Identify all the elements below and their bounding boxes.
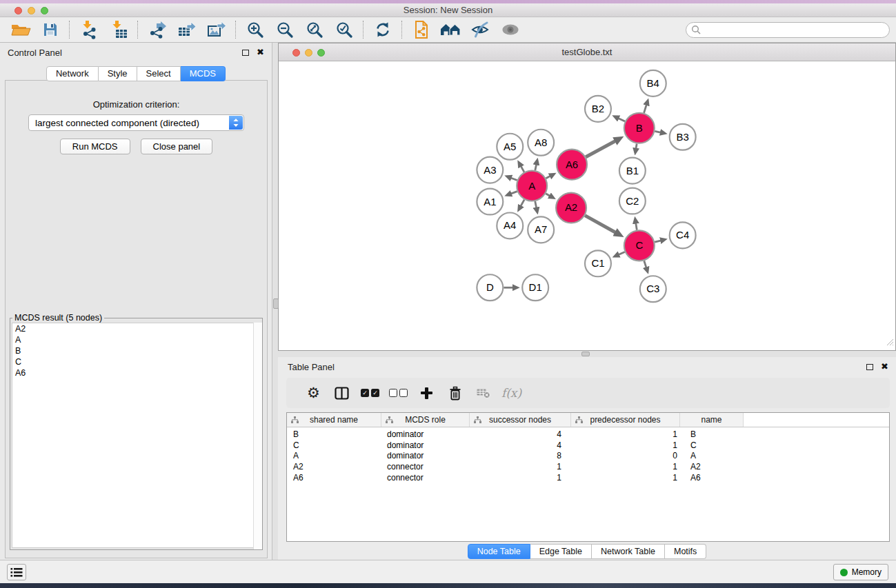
graph-node-A8[interactable]: A8 — [528, 130, 554, 156]
search-input[interactable] — [701, 23, 889, 36]
tab-network-table[interactable]: Network Table — [592, 544, 665, 559]
zoom-out-icon[interactable] — [270, 19, 299, 41]
export-image-icon[interactable] — [201, 19, 231, 41]
import-table-icon[interactable] — [103, 19, 133, 41]
apply-layout-icon[interactable] — [368, 19, 397, 41]
graph-node-B[interactable]: B — [624, 113, 655, 143]
delete-table-icon[interactable] — [469, 382, 497, 404]
graph-edge-A-A5[interactable] — [521, 166, 524, 172]
float-panel-icon[interactable] — [242, 50, 249, 56]
graph-node-B3[interactable]: B3 — [670, 124, 696, 150]
export-table-icon[interactable] — [172, 19, 201, 41]
graph-edge-C-C3[interactable] — [644, 261, 646, 267]
graph-edge-A6-B[interactable] — [586, 141, 615, 157]
zoom-fit-icon[interactable] — [299, 19, 329, 41]
graph-node-B1[interactable]: B1 — [619, 158, 646, 184]
tab-network[interactable]: Network — [46, 66, 99, 81]
column-header-shared-name[interactable]: shared name — [287, 413, 381, 427]
graph-edge-B-B3[interactable] — [655, 131, 660, 132]
graph-edge-C-C4[interactable] — [655, 241, 661, 242]
vertical-splitter-handle[interactable] — [273, 298, 279, 309]
table-row[interactable]: Cdominator41C — [287, 440, 889, 451]
graph-edge-B-B1[interactable] — [636, 143, 637, 148]
network-canvas[interactable]: AA1A2A3A4A5A6A7A8BB1B2B3B4CC1C2C3C4DD1 — [279, 61, 895, 350]
graph-node-A[interactable]: A — [517, 171, 547, 201]
graph-node-B2[interactable]: B2 — [585, 96, 611, 122]
table-row[interactable]: A2connector11A2 — [287, 461, 889, 472]
tab-motifs[interactable]: Motifs — [665, 544, 706, 559]
graph-edge-A-A1[interactable] — [511, 192, 517, 194]
graph-node-C4[interactable]: C4 — [670, 222, 696, 248]
import-network-icon[interactable] — [74, 19, 103, 41]
graph-node-A5[interactable]: A5 — [497, 134, 523, 160]
search-box[interactable] — [686, 22, 890, 38]
graph-edge-C-C2[interactable] — [636, 223, 637, 230]
column-header-name[interactable]: name — [680, 413, 744, 427]
open-file-icon[interactable] — [6, 19, 35, 41]
table-row[interactable]: A6connector11A6 — [287, 472, 889, 483]
graph-edge-A-A6[interactable] — [546, 176, 550, 179]
add-column-icon[interactable] — [412, 382, 441, 404]
graph-node-A4[interactable]: A4 — [497, 212, 523, 239]
tab-node-table[interactable]: Node Table — [468, 544, 530, 559]
deselect-all-icon[interactable] — [384, 382, 412, 404]
mcds-result-item[interactable]: B — [12, 345, 260, 356]
delete-column-icon[interactable] — [441, 382, 469, 404]
new-network-from-selection-icon[interactable] — [406, 19, 436, 41]
tab-select[interactable]: Select — [137, 66, 181, 81]
graph-node-A7[interactable]: A7 — [528, 216, 554, 243]
birds-eye-view-icon[interactable] — [495, 19, 525, 41]
graph-edge-A-A7[interactable] — [535, 201, 537, 207]
graph-edge-A2-C[interactable] — [585, 216, 615, 232]
graph-edge-C-C1[interactable] — [619, 252, 625, 254]
show-columns-icon[interactable] — [328, 382, 356, 404]
graph-edge-A-A8[interactable] — [535, 165, 537, 170]
mcds-list-scrollbar[interactable] — [253, 323, 262, 549]
column-header-MCDS-role[interactable]: MCDS role — [381, 413, 470, 427]
function-builder-icon[interactable]: f(x) — [497, 382, 526, 404]
memory-button[interactable]: Memory — [833, 564, 888, 580]
graph-node-A6[interactable]: A6 — [557, 150, 587, 180]
graph-node-A2[interactable]: A2 — [556, 193, 586, 223]
horizontal-splitter-handle[interactable] — [581, 352, 590, 356]
mcds-result-item[interactable]: A6 — [12, 367, 260, 378]
window-resize-grip[interactable] — [885, 336, 894, 349]
float-table-panel-icon[interactable] — [866, 364, 873, 370]
mcds-result-item[interactable]: A — [12, 334, 260, 345]
graph-edge-B-B2[interactable] — [619, 119, 625, 121]
graph-edge-A-A4[interactable] — [521, 200, 524, 206]
column-header-successor-nodes[interactable]: successor nodes — [470, 413, 571, 427]
task-history-button[interactable] — [7, 564, 26, 580]
table-row[interactable]: Bdominator41B — [287, 429, 889, 440]
close-panel-icon[interactable]: ✖ — [257, 49, 264, 56]
close-table-panel-icon[interactable]: ✖ — [881, 363, 888, 370]
run-mcds-button[interactable]: Run MCDS — [60, 139, 130, 154]
graph-node-D1[interactable]: D1 — [522, 274, 548, 301]
first-neighbors-icon[interactable] — [436, 19, 466, 41]
mcds-result-item[interactable]: A2 — [12, 323, 260, 334]
select-all-icon[interactable]: ✓✓ — [356, 382, 384, 404]
graph-node-A1[interactable]: A1 — [477, 189, 503, 215]
tab-style[interactable]: Style — [99, 66, 137, 81]
export-network-icon[interactable] — [142, 19, 172, 41]
graph-node-D[interactable]: D — [477, 274, 503, 301]
close-panel-button[interactable]: Close panel — [141, 139, 213, 154]
graph-node-A3[interactable]: A3 — [477, 157, 503, 183]
criterion-dropdown[interactable]: largest connected component (directed) — [28, 114, 244, 131]
mcds-result-list[interactable]: A2ABCA6 — [12, 323, 261, 548]
mcds-result-item[interactable]: C — [12, 356, 260, 367]
graph-edge-B-B4[interactable] — [644, 105, 647, 112]
zoom-selected-icon[interactable] — [329, 19, 359, 41]
graph-node-B4[interactable]: B4 — [640, 70, 666, 97]
save-session-icon[interactable] — [35, 19, 65, 41]
table-row[interactable]: Adominator80A — [287, 450, 889, 461]
table-options-icon[interactable]: ⚙ — [299, 382, 328, 404]
graph-node-C3[interactable]: C3 — [640, 276, 666, 302]
tab-edge-table[interactable]: Edge Table — [530, 544, 592, 559]
graph-node-C1[interactable]: C1 — [585, 250, 611, 276]
graph-edge-A-A3[interactable] — [511, 178, 517, 180]
graphics-details-icon[interactable] — [466, 19, 495, 41]
column-header-predecessor-nodes[interactable]: predecessor nodes — [571, 413, 680, 427]
tab-mcds[interactable]: MCDS — [181, 66, 226, 81]
graph-node-C2[interactable]: C2 — [619, 188, 646, 214]
